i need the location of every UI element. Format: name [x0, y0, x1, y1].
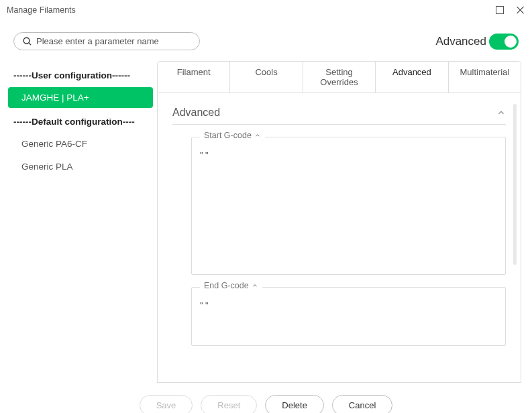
sidebar-item-user-0[interactable]: JAMGHE | PLA+: [8, 87, 153, 108]
sidebar-item-default-1[interactable]: Generic PLA: [8, 156, 153, 177]
delete-button[interactable]: Delete: [265, 395, 324, 413]
chevron-up-icon[interactable]: [254, 132, 261, 139]
advanced-toggle[interactable]: [489, 34, 519, 50]
main-content: Advanced Start G-code " " End G-code: [157, 93, 521, 383]
svg-point-0: [23, 38, 30, 44]
chevron-up-icon[interactable]: [496, 108, 506, 117]
tab-advanced[interactable]: Advanced: [376, 62, 448, 93]
tab-filament[interactable]: Filament: [158, 62, 230, 93]
chevron-up-icon[interactable]: [252, 282, 258, 289]
default-config-header: ------Default configuration----: [8, 110, 153, 133]
search-input[interactable]: [13, 32, 200, 50]
advanced-label: Advanced: [435, 35, 486, 48]
cancel-button[interactable]: Cancel: [332, 395, 392, 413]
reset-button: Reset: [201, 395, 257, 413]
tab-setting-overrides[interactable]: Setting Overrides: [303, 62, 376, 93]
search-field[interactable]: [36, 36, 191, 46]
user-config-header: ------User configuration------: [8, 64, 153, 87]
tab-cools[interactable]: Cools: [230, 62, 303, 93]
maximize-icon[interactable]: [496, 6, 504, 14]
start-gcode-value[interactable]: " ": [200, 144, 497, 160]
window-title: Manage Filaments: [7, 5, 76, 15]
section-title: Advanced: [172, 107, 220, 119]
scrollbar[interactable]: [513, 104, 517, 265]
end-gcode-value[interactable]: " ": [200, 294, 497, 310]
sidebar-item-default-0[interactable]: Generic PA6-CF: [8, 133, 153, 154]
svg-line-1: [29, 43, 31, 45]
end-gcode-fieldset: End G-code " ": [191, 287, 506, 346]
close-icon[interactable]: [516, 5, 525, 15]
save-button: Save: [140, 395, 193, 413]
tab-multimaterial[interactable]: Multimaterial: [449, 62, 521, 93]
sidebar: ------User configuration------ JAMGHE | …: [4, 61, 157, 383]
search-icon: [22, 36, 32, 46]
footer: Save Reset Delete Cancel: [0, 383, 532, 413]
start-gcode-fieldset: Start G-code " ": [191, 137, 506, 275]
start-gcode-legend: Start G-code: [204, 131, 252, 140]
titlebar: Manage Filaments: [0, 0, 532, 20]
tabs: Filament Cools Setting Overrides Advance…: [157, 61, 521, 93]
end-gcode-legend: End G-code: [204, 281, 249, 290]
